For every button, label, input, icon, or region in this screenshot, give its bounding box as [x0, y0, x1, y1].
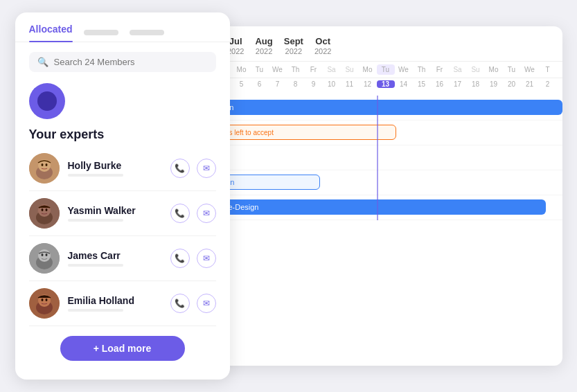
- expert-avatar-emilia: [29, 288, 60, 319]
- expert-bar-james: [68, 264, 123, 267]
- tab-pill-2: [130, 30, 164, 35]
- svg-point-10: [37, 209, 42, 213]
- expert-bar-holly: [68, 174, 123, 177]
- expert-actions-emilia: 📞 ✉: [170, 294, 216, 313]
- james-face-svg: [29, 243, 60, 274]
- day-header-19: Tu: [503, 64, 521, 75]
- day-num-7: 7: [269, 80, 287, 88]
- calendar-month-sept: Sept 2022: [278, 33, 309, 61]
- day-num-today: 13: [377, 80, 395, 88]
- day-num-22: 2: [539, 80, 557, 88]
- day-num-12: 12: [359, 80, 377, 88]
- day-header-6: We: [269, 64, 287, 75]
- svg-point-4: [45, 163, 47, 166]
- day-header-11: Mo: [359, 64, 377, 75]
- svg-point-9: [45, 208, 47, 211]
- day-header-7: Th: [287, 64, 305, 75]
- phone-icon-holly[interactable]: 📞: [170, 159, 190, 178]
- phone-icon-yasmin[interactable]: 📞: [170, 204, 190, 223]
- expert-name-holly: Holly Burke: [68, 160, 162, 171]
- day-header-15: Fr: [431, 64, 449, 75]
- day-header-4: Mo: [233, 64, 251, 75]
- day-header-13: We: [395, 64, 413, 75]
- user-avatar-large: [29, 83, 65, 119]
- message-icon-holly[interactable]: ✉: [197, 159, 216, 178]
- day-num-14: 14: [395, 80, 413, 88]
- message-icon-james[interactable]: ✉: [197, 249, 216, 268]
- calendar-months: Jun 2022 Jul 2022 Aug 2022 Sept 2022 Oct: [186, 33, 562, 61]
- day-num-15: 15: [413, 80, 431, 88]
- left-panel: Allocated 🔍 Your experts: [15, 12, 230, 380]
- search-box: 🔍: [29, 52, 216, 72]
- day-num-9: 9: [305, 80, 323, 88]
- calendar-month-aug: Aug 2022: [249, 33, 278, 61]
- day-header-20: We: [521, 64, 539, 75]
- expert-name-yasmin: Yasmin Walker: [68, 205, 162, 216]
- day-header-5: Tu: [251, 64, 269, 75]
- day-header-21: T: [539, 64, 557, 75]
- svg-point-14: [41, 253, 43, 256]
- day-header-today: Tu: [377, 64, 395, 75]
- calendar-month-oct: Oct 2022: [309, 33, 337, 61]
- day-num-19: 19: [485, 80, 503, 88]
- expert-actions-yasmin: 📞 ✉: [170, 204, 216, 223]
- day-num-6: 6: [251, 80, 269, 88]
- holly-face-svg: [29, 153, 60, 184]
- svg-point-13: [38, 249, 51, 262]
- expert-bar-yasmin: [68, 219, 123, 222]
- svg-point-8: [41, 208, 43, 211]
- expert-name-emilia: Emilia Holland: [68, 295, 162, 306]
- tab-pill-1: [84, 30, 118, 35]
- day-num-5: 5: [233, 80, 251, 88]
- day-num-16: 16: [431, 80, 449, 88]
- expert-actions-james: 📞 ✉: [170, 249, 216, 268]
- month-year-oct: 2022: [314, 47, 331, 55]
- expert-info-james: James Carr: [68, 250, 162, 267]
- day-header-8: Fr: [305, 64, 323, 75]
- svg-point-19: [41, 299, 43, 301]
- expert-list: Holly Burke 📞 ✉: [15, 146, 230, 326]
- day-num-21: 21: [521, 80, 539, 88]
- month-name-sept: Sept: [284, 36, 303, 47]
- month-name-aug: Aug: [255, 36, 272, 47]
- svg-point-3: [41, 163, 43, 166]
- day-num-18: 18: [467, 80, 485, 88]
- expert-info-emilia: Emilia Holland: [68, 295, 162, 312]
- month-name-oct: Oct: [315, 36, 330, 47]
- expert-avatar-yasmin: [29, 198, 60, 229]
- expert-info-holly: Holly Burke: [68, 160, 162, 177]
- load-more-button[interactable]: + Load more: [60, 336, 185, 361]
- message-icon-emilia[interactable]: ✉: [197, 294, 216, 313]
- svg-point-15: [45, 253, 47, 256]
- search-row: 🔍: [15, 42, 230, 72]
- yasmin-face-svg: [29, 198, 60, 229]
- phone-icon-emilia[interactable]: 📞: [170, 294, 190, 313]
- search-icon: 🔍: [37, 57, 48, 67]
- expert-name-james: James Carr: [68, 250, 162, 261]
- month-year-sept: 2022: [285, 47, 302, 55]
- expert-item-james: James Carr 📞 ✉: [29, 236, 216, 281]
- expert-item-yasmin: Yasmin Walker 📞 ✉: [29, 191, 216, 236]
- day-header-14: Th: [413, 64, 431, 75]
- expert-info-yasmin: Yasmin Walker: [68, 205, 162, 222]
- phone-icon-james[interactable]: 📞: [170, 249, 190, 268]
- message-icon-yasmin[interactable]: ✉: [197, 204, 216, 223]
- day-num-8: 8: [287, 80, 305, 88]
- day-num-10: 10: [323, 80, 341, 88]
- month-name-jul: Jul: [229, 36, 242, 47]
- expert-avatar-james: [29, 243, 60, 274]
- svg-point-20: [45, 299, 47, 301]
- gantt-bar-platform-redesign-3: Platform Re-Design: [186, 199, 546, 215]
- expert-avatar-holly: [29, 153, 60, 184]
- month-year-aug: 2022: [256, 47, 272, 55]
- month-year-jul: 2022: [227, 47, 244, 55]
- tab-allocated[interactable]: Allocated: [29, 24, 73, 42]
- day-header-17: Su: [467, 64, 485, 75]
- avatar-inner-dot: [37, 91, 57, 111]
- expert-bar-emilia: [68, 309, 123, 312]
- emilia-face-svg: [29, 288, 60, 319]
- search-input[interactable]: [54, 57, 208, 67]
- tabs-row: Allocated: [15, 12, 230, 42]
- day-header-9: Sa: [323, 64, 341, 75]
- day-header-16: Sa: [449, 64, 467, 75]
